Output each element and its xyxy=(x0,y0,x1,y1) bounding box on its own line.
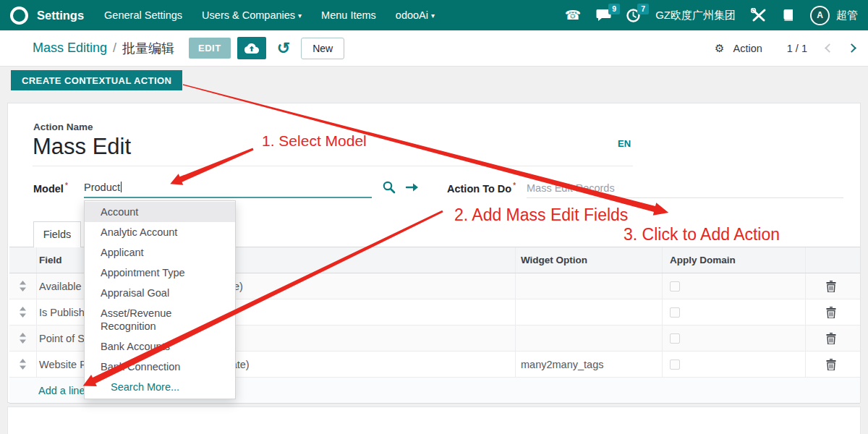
required-asterisk: * xyxy=(65,182,68,190)
delete-column-header xyxy=(806,247,860,273)
tab-fields[interactable]: Fields xyxy=(33,221,81,247)
handle-column-header xyxy=(9,247,37,273)
pager-next-icon[interactable] xyxy=(847,43,856,53)
delete-row-icon[interactable] xyxy=(826,307,836,318)
apply-domain-checkbox[interactable] xyxy=(670,307,680,318)
pager-previous-icon[interactable] xyxy=(825,43,834,53)
menu-odooai[interactable]: odooAi▾ xyxy=(396,9,435,21)
dropdown-item-bank-connection[interactable]: Bank Connection xyxy=(85,357,235,377)
dropdown-item-account[interactable]: Account xyxy=(85,202,235,222)
avatar[interactable]: A xyxy=(810,6,830,25)
menu-menu-items[interactable]: Menu Items xyxy=(321,9,376,21)
action-menu-button[interactable]: Action xyxy=(733,43,762,54)
debug-tools-icon[interactable] xyxy=(751,8,767,22)
add-a-line-link[interactable]: Add a line xyxy=(9,385,85,396)
app-title[interactable]: Settings xyxy=(37,9,84,22)
chevron-down-icon: ▾ xyxy=(431,12,435,20)
search-icon[interactable] xyxy=(382,180,396,197)
messages-badge: 9 xyxy=(608,4,620,14)
dropdown-item-asset-revenue-recognition[interactable]: Asset/Revenue Recognition xyxy=(85,303,235,336)
action-to-do-label: Action To Do* xyxy=(447,182,516,195)
text-cursor xyxy=(121,182,122,192)
annotation-step2: 2. Add Mass Edit Fields xyxy=(454,205,628,225)
discard-undo-icon[interactable]: ↺ xyxy=(277,41,290,56)
widget-option-cell[interactable]: many2many_tags xyxy=(521,359,603,370)
language-badge[interactable]: EN xyxy=(618,138,631,149)
delete-row-icon[interactable] xyxy=(826,281,836,292)
pager-value: 1 / 1 xyxy=(787,43,807,54)
breadcrumb-separator: / xyxy=(113,41,116,56)
dropdown-item-appraisal-goal[interactable]: Appraisal Goal xyxy=(85,283,235,303)
dropdown-search-more-link[interactable]: Search More... xyxy=(85,377,235,398)
drag-handle-icon[interactable] xyxy=(19,281,27,292)
internal-link-arrow-icon[interactable] xyxy=(405,182,420,196)
model-input[interactable]: Product xyxy=(84,178,372,198)
model-autocomplete-dropdown: Account Analytic Account Applicant Appoi… xyxy=(84,200,236,399)
edit-badge: EDIT xyxy=(189,38,231,59)
chatter-area xyxy=(7,407,861,434)
company-name[interactable]: GZ欧度广州集团 xyxy=(655,9,736,22)
dropdown-item-applicant[interactable]: Applicant xyxy=(85,242,235,263)
documentation-icon[interactable] xyxy=(782,9,795,22)
messages-icon[interactable]: 9 xyxy=(596,9,611,22)
activities-badge: 7 xyxy=(637,4,649,14)
new-button[interactable]: New xyxy=(301,38,344,59)
apply-domain-column-header[interactable]: Apply Domain xyxy=(663,247,806,273)
cloud-upload-icon xyxy=(244,43,260,54)
dropdown-item-analytic-account[interactable]: Analytic Account xyxy=(85,222,235,242)
drag-handle-icon[interactable] xyxy=(19,359,27,370)
dropdown-item-appointment-type[interactable]: Appointment Type xyxy=(85,263,235,283)
action-name-label: Action Name xyxy=(33,122,93,132)
breadcrumb-parent[interactable]: Mass Editing xyxy=(33,41,107,56)
create-contextual-action-button[interactable]: CREATE CONTEXTUAL ACTION xyxy=(11,70,182,90)
annotation-step1: 1. Select Model xyxy=(262,132,367,150)
top-navbar: Settings General Settings Users & Compan… xyxy=(0,0,868,30)
phone-icon[interactable]: ☎ xyxy=(565,9,581,22)
action-to-do-input[interactable]: Mass Edit Records xyxy=(527,179,843,198)
delete-row-icon[interactable] xyxy=(826,333,836,344)
menu-users-companies[interactable]: Users & Companies▾ xyxy=(202,9,302,21)
book-icon xyxy=(782,9,795,22)
control-panel: Mass Editing / 批量编辑 EDIT ↺ New ⚙ Action … xyxy=(0,30,868,67)
drag-handle-icon[interactable] xyxy=(19,333,27,344)
dropdown-item-bank-accounts[interactable]: Bank Accounts xyxy=(85,336,235,357)
apply-domain-checkbox[interactable] xyxy=(670,359,680,370)
model-label: Model* xyxy=(33,182,68,195)
odoo-logo-icon[interactable] xyxy=(10,7,28,25)
menu-general-settings[interactable]: General Settings xyxy=(104,9,182,21)
user-name[interactable]: 超管 xyxy=(836,9,858,22)
annotation-step3: 3. Click to Add Action xyxy=(624,225,780,244)
activities-icon[interactable]: 7 xyxy=(626,9,640,22)
apply-domain-checkbox[interactable] xyxy=(670,281,680,292)
breadcrumb-current: 批量编辑 xyxy=(122,40,174,57)
chevron-down-icon: ▾ xyxy=(298,12,302,20)
crossed-tools-icon xyxy=(751,8,767,22)
mass-editing-screen: Settings General Settings Users & Compan… xyxy=(0,0,868,434)
save-button[interactable] xyxy=(237,37,266,59)
widget-option-column-header[interactable]: Widget Option xyxy=(516,247,663,273)
drag-handle-icon[interactable] xyxy=(19,307,27,318)
delete-row-icon[interactable] xyxy=(826,359,836,370)
apply-domain-checkbox[interactable] xyxy=(670,333,680,344)
gear-icon: ⚙ xyxy=(715,42,724,55)
required-asterisk: * xyxy=(513,182,516,190)
